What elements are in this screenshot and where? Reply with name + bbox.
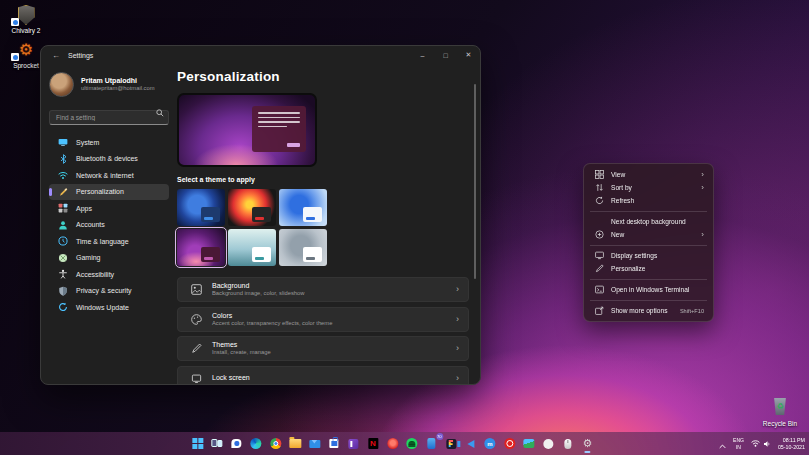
chrome-icon [270, 438, 281, 449]
netflix-button[interactable]: N [365, 436, 380, 451]
sidebar-item-privacy[interactable]: Privacy & security [49, 283, 169, 300]
window-scrollbar[interactable] [474, 84, 477, 279]
submenu-arrow-icon: › [701, 171, 704, 179]
store-button[interactable] [326, 436, 341, 451]
start-button[interactable] [190, 436, 205, 451]
tray-date: 05-10-2021 [778, 444, 805, 451]
sidebar-item-time-language[interactable]: Time & language [49, 233, 169, 250]
quick-settings[interactable] [751, 440, 771, 448]
language-indicator[interactable]: ENG IN [733, 437, 744, 450]
maximize-button[interactable]: □ [434, 46, 457, 64]
theme-thumbnail-captured-motion[interactable] [228, 229, 276, 266]
windows-update-icon [58, 302, 68, 312]
chat-button[interactable] [229, 436, 244, 451]
account-profile[interactable]: Pritam Utpalodhi ultimatepritam@hotmail.… [49, 72, 169, 97]
sidebar-item-system[interactable]: System [49, 134, 169, 151]
sort-icon [595, 183, 604, 192]
current-theme-preview [177, 93, 317, 167]
titlebar[interactable]: ← Settings – □ ✕ [41, 46, 480, 64]
white-circle-icon [543, 439, 553, 449]
lock-screen-icon [190, 372, 202, 384]
menu-divider [590, 300, 707, 301]
close-button[interactable]: ✕ [457, 46, 480, 64]
desktop-context-menu: View › Sort by › Refresh Next desktop ba… [583, 163, 714, 322]
menu-item-view[interactable]: View › [588, 168, 709, 181]
theme-thumbnail-glow-purple-selected[interactable] [177, 229, 225, 266]
media-red-button[interactable] [385, 436, 400, 451]
sidebar-item-windows-update[interactable]: Windows Update [49, 299, 169, 316]
menu-item-next-desktop-background[interactable]: Next desktop background [588, 215, 709, 228]
folder-icon [289, 439, 301, 448]
photos-button[interactable] [521, 436, 536, 451]
card-background[interactable]: Background Background image, color, slid… [177, 277, 469, 302]
menu-item-sort-by[interactable]: Sort by › [588, 181, 709, 194]
edge-icon [250, 438, 261, 449]
speaker-app-button[interactable] [463, 436, 478, 451]
personalization-cards: Background Background image, color, slid… [177, 277, 469, 385]
mouse-app-button[interactable] [560, 436, 575, 451]
sidebar-item-apps[interactable]: Apps [49, 200, 169, 217]
gaming-icon [58, 253, 68, 263]
mail-button[interactable] [307, 436, 322, 451]
chat-icon [231, 439, 241, 448]
desktop-wallpaper: Chivalry 2 ⚙ Sprocket ♻ Recycle Bin ← Se… [0, 0, 809, 455]
clock[interactable]: 08:11 PM 05-10-2021 [778, 437, 805, 451]
task-view-button[interactable] [209, 436, 224, 451]
theme-thumbnail-windows-light[interactable] [279, 189, 327, 226]
sidebar-item-network[interactable]: Network & internet [49, 167, 169, 184]
menu-item-display-settings[interactable]: Display settings [588, 249, 709, 262]
tray-overflow-button[interactable] [719, 435, 726, 453]
desktop-icon-chivalry2[interactable]: Chivalry 2 [4, 5, 48, 34]
file-explorer-button[interactable] [287, 436, 302, 451]
m-logo-icon: m [484, 438, 495, 449]
search-input[interactable] [49, 110, 169, 125]
speaker-icon [467, 440, 474, 448]
f-logo-icon [446, 439, 456, 449]
theme-thumbnail-windows-dark[interactable] [177, 189, 225, 226]
card-themes[interactable]: Themes Install, create, manage › [177, 336, 469, 361]
spotify-button[interactable] [404, 436, 419, 451]
theme-thumbnail-flow-dark[interactable] [228, 189, 276, 226]
avatar [49, 72, 74, 97]
photos-icon [523, 439, 534, 448]
network-icon [58, 170, 68, 180]
desktop-icon-recycle-bin[interactable]: ♻ Recycle Bin [758, 398, 802, 427]
office-button[interactable] [346, 436, 361, 451]
settings-app-button[interactable]: ⚙ [580, 436, 595, 451]
sidebar-item-accounts[interactable]: Accounts [49, 217, 169, 234]
m-app-button[interactable]: m [482, 436, 497, 451]
colors-icon [190, 313, 202, 325]
sidebar-item-bluetooth[interactable]: Bluetooth & devices [49, 151, 169, 168]
chevron-right-icon: › [456, 315, 459, 324]
o-app-button[interactable] [502, 436, 517, 451]
chat-white-button[interactable] [541, 436, 556, 451]
sidebar-item-gaming[interactable]: Gaming [49, 250, 169, 267]
tray-time: 08:11 PM [778, 437, 805, 444]
menu-item-personalize[interactable]: Personalize [588, 262, 709, 275]
sprocket-gear-icon: ⚙ [15, 40, 37, 60]
gear-icon: ⚙ [582, 438, 592, 449]
refresh-icon [595, 196, 604, 205]
terminal-icon [595, 285, 604, 294]
mouse-icon [564, 439, 571, 449]
edge-button[interactable] [248, 436, 263, 451]
spotify-icon [406, 438, 417, 449]
back-icon[interactable]: ← [52, 51, 60, 60]
card-lock-screen[interactable]: Lock screen › [177, 366, 469, 386]
privacy-shield-icon [58, 286, 68, 296]
menu-divider [590, 211, 707, 212]
card-colors[interactable]: Colors Accent color, transparency effect… [177, 307, 469, 332]
menu-item-refresh[interactable]: Refresh [588, 194, 709, 207]
window-title: Settings [68, 52, 93, 59]
phone-link-button[interactable]: 70 [424, 436, 439, 451]
menu-item-open-windows-terminal[interactable]: Open in Windows Terminal [588, 283, 709, 296]
menu-item-show-more-options[interactable]: Show more options Shift+F10 [588, 304, 709, 317]
menu-item-new[interactable]: New › [588, 228, 709, 241]
settings-sidebar: Pritam Utpalodhi ultimatepritam@hotmail.… [41, 64, 176, 384]
chrome-button[interactable] [268, 436, 283, 451]
sidebar-item-personalization[interactable]: Personalization [49, 184, 169, 201]
minimize-button[interactable]: – [411, 46, 434, 64]
themes-icon [190, 343, 202, 355]
theme-thumbnail-sunrise-gray[interactable] [279, 229, 327, 266]
sidebar-item-accessibility[interactable]: Accessibility [49, 266, 169, 283]
